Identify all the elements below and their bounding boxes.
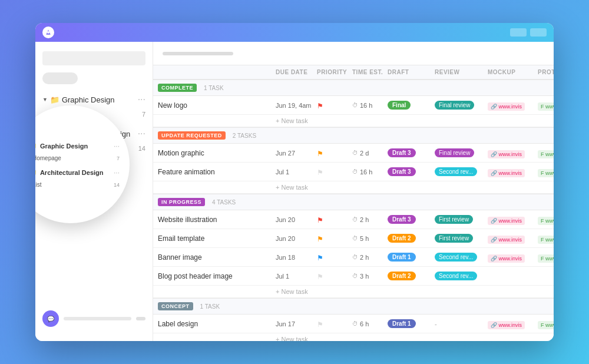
task-name: Motion graphic (158, 149, 276, 157)
review-pill: Final review (435, 148, 474, 157)
flag-none-icon: ⚑ (317, 273, 323, 281)
col-header-priority: PRIORITY (317, 69, 352, 75)
new-task-progress[interactable]: + New task (153, 286, 554, 298)
sidebar-graphic-design-label: Graphic Design (62, 95, 135, 104)
section-header-complete: COMPLETE 1 TASK (153, 80, 554, 96)
badge-progress: IN PROGRESS (158, 198, 205, 206)
task-due: Jun 17 (276, 320, 317, 327)
window-btn-1[interactable] (510, 28, 527, 37)
draft-pill: Draft 3 (388, 148, 416, 157)
sidebar-search[interactable] (42, 51, 145, 65)
task-mockup: 🔗 www.invis (488, 214, 538, 225)
task-count-concept: 1 TASK (200, 303, 220, 310)
sidebar-item-graphic-design[interactable]: ▼ 📁 Graphic Design ··· (35, 91, 153, 108)
task-review: Second rev... (435, 272, 488, 280)
task-row[interactable]: Motion graphic Jun 27 ⚑ ⏱2 d Draft 3 Fin… (153, 144, 554, 163)
task-row[interactable]: Website illustration Jun 20 ⚑ ⏱2 h Draft… (153, 210, 554, 229)
table-header: DUE DATE PRIORITY TIME EST. DRAFT REVIEW… (153, 65, 554, 80)
flag-blue-icon: ⚑ (317, 254, 323, 262)
sidebar-homepage-count: 7 (142, 111, 145, 118)
task-review: - (435, 320, 488, 327)
task-name: New logo (158, 101, 276, 110)
flag-red-icon: ⚑ (317, 102, 323, 110)
invis-link[interactable]: 🔗 www.invis (488, 150, 525, 158)
clock-icon: ⏱ (352, 216, 358, 223)
task-row[interactable]: Blog post header image Jul 1 ⚑ ⏱3 h Draf… (153, 267, 554, 286)
task-due: Jun 18 (276, 254, 317, 261)
more-options-icon-2[interactable]: ··· (138, 128, 145, 139)
figm-link[interactable]: F www.figm (538, 102, 554, 111)
review-pill: Second rev... (435, 167, 477, 176)
task-time: ⏱3 h (352, 273, 388, 280)
more-options-icon[interactable]: ··· (138, 94, 145, 105)
task-prototype: F www.figm (538, 100, 554, 111)
invis-link[interactable]: 🔗 www.invis (488, 254, 525, 263)
sidebar-footer-bar (64, 317, 131, 320)
invis-link[interactable]: 🔗 www.invis (488, 217, 525, 225)
review-pill: First review (435, 234, 473, 243)
badge-complete: COMPLETE (158, 84, 197, 92)
task-row[interactable]: New logo Jun 19, 4am ⚑ ⏱16 h Final Final… (153, 96, 554, 115)
invis-link[interactable]: 🔗 www.invis (488, 321, 525, 329)
review-pill: First review (435, 215, 473, 224)
folder-icon: 📁 (50, 95, 58, 104)
review-empty: - (435, 320, 437, 327)
figm-link[interactable]: F www.figm (538, 217, 554, 225)
task-draft: Draft 3 (388, 215, 435, 224)
task-draft: Draft 3 (388, 167, 435, 176)
new-task-concept[interactable]: + New task (153, 333, 554, 341)
figm-link[interactable]: F www.figm (538, 169, 554, 177)
task-mockup: 🔗 www.invis (488, 148, 538, 158)
sidebar-list-count: 14 (138, 145, 145, 152)
task-time: ⏱16 h (352, 102, 388, 109)
figm-link[interactable]: F www.figm (538, 236, 554, 244)
badge-update: UPDATE REQUESTED (158, 131, 226, 140)
section-header-progress: IN PROGRESS 4 TASKS (153, 194, 554, 210)
sidebar-footer: 💬 (35, 306, 153, 332)
new-task-complete[interactable]: + New task (153, 115, 554, 127)
draft-pill: Draft 1 (388, 319, 416, 328)
task-priority: ⚑ (317, 252, 352, 263)
task-row[interactable]: Email template Jun 20 ⚑ ⏱5 h Draft 2 Fir… (153, 229, 554, 248)
task-time: ⏱2 d (352, 150, 388, 157)
new-task-update[interactable]: + New task (153, 181, 554, 194)
flag-orange-icon: ⚑ (317, 150, 323, 158)
task-mockup: 🔗 www.invis (488, 100, 538, 111)
task-mockup: 🔗 www.invis (488, 319, 538, 329)
task-draft: Draft 3 (388, 148, 435, 157)
clock-icon: ⏱ (352, 168, 358, 175)
review-pill: Second rev... (435, 253, 477, 262)
task-review: First review (435, 234, 488, 243)
task-priority: ⚑ (317, 319, 352, 329)
clock-icon: ⏱ (352, 150, 358, 156)
flag-red-icon: ⚑ (317, 216, 323, 224)
col-header-draft: DRAFT (388, 69, 435, 75)
figm-link[interactable]: F www.figm (538, 254, 554, 263)
task-draft: Draft 1 (388, 253, 435, 262)
task-prototype: F www.figm (538, 214, 554, 225)
invis-link[interactable]: 🔗 www.invis (488, 102, 525, 111)
invis-link[interactable]: 🔗 www.invis (488, 169, 525, 177)
task-row[interactable]: Banner image Jun 18 ⚑ ⏱2 h Draft 1 Secon… (153, 248, 554, 267)
review-pill: Final review (435, 101, 474, 110)
task-due: Jun 27 (276, 150, 317, 157)
task-prototype: F www.figm (538, 252, 554, 263)
task-row[interactable]: Label design Jun 17 ⚑ ⏱6 h Draft 1 - 🔗 w… (153, 315, 554, 333)
main-header (153, 42, 554, 65)
chat-icon[interactable]: 💬 (42, 310, 59, 327)
sidebar-footer-bar2 (136, 317, 145, 320)
zoom-architectural-design: Architectural Design (40, 169, 114, 176)
figm-link[interactable]: F www.figm (538, 150, 554, 158)
task-priority: ⚑ (317, 233, 352, 244)
task-name: Blog post header image (158, 272, 276, 280)
task-name: Feature animation (158, 168, 276, 176)
figm-link[interactable]: F www.figm (538, 321, 554, 329)
badge-concept: CONCEPT (158, 302, 193, 310)
chevron-down-icon: ▼ (42, 97, 48, 102)
clock-icon: ⏱ (352, 235, 358, 241)
window-btn-2[interactable] (530, 28, 547, 37)
invis-link[interactable]: 🔗 www.invis (488, 236, 525, 244)
flag-orange-icon: ⚑ (317, 235, 323, 243)
task-row[interactable]: Feature animation Jul 1 ⚑ ⏱16 h Draft 3 … (153, 163, 554, 181)
sidebar-view-toggle[interactable] (42, 72, 78, 84)
